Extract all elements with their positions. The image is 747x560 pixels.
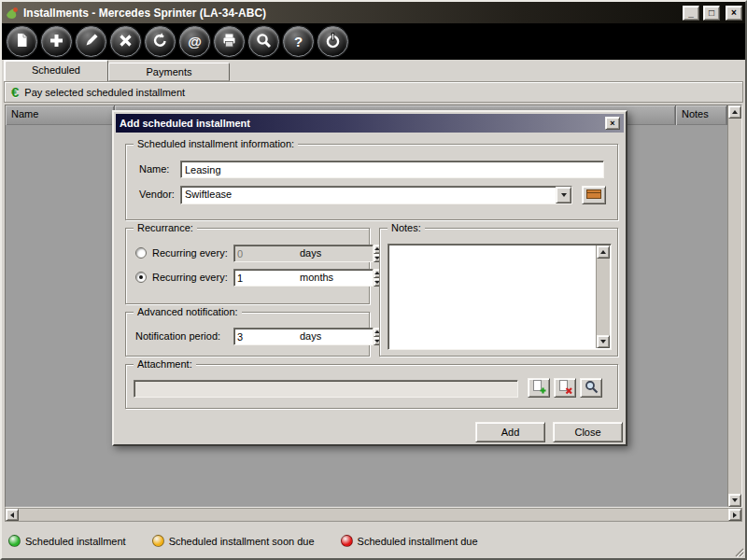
dialog-titlebar: Add scheduled installment ×	[116, 114, 624, 133]
exit-icon	[324, 32, 342, 51]
email-icon: @	[188, 35, 202, 49]
attachment-group: Attachment:	[125, 364, 618, 409]
refresh-button[interactable]	[145, 26, 176, 57]
legend-scheduled: Scheduled installment	[8, 535, 126, 547]
tab-bar: Scheduled Payments	[4, 59, 743, 81]
add-button[interactable]	[41, 26, 72, 57]
minimize-button[interactable]: _	[683, 6, 699, 21]
email-button[interactable]: @	[179, 26, 210, 57]
dialog-close-button[interactable]: ×	[605, 117, 620, 130]
search-button[interactable]	[248, 26, 279, 57]
attachment-path-input[interactable]	[134, 380, 518, 398]
months-unit-label: months	[300, 272, 333, 284]
notes-textarea[interactable]	[389, 245, 595, 348]
resize-grip[interactable]	[732, 545, 744, 557]
app-window: Installments - Mercedes Sprinter (LA-34-…	[0, 0, 747, 560]
recurrence-group: Recurrance: Recurring every: days Recurr…	[125, 228, 370, 304]
help-button[interactable]: ?	[283, 26, 314, 57]
recurring-days-radio[interactable]	[135, 247, 147, 259]
notes-scroll-up-button[interactable]	[597, 245, 610, 259]
vendor-box-icon	[585, 188, 602, 203]
yellow-dot-icon	[152, 535, 164, 547]
recurring-days-label: Recurring every:	[152, 247, 228, 259]
notification-unit-label: days	[300, 330, 321, 343]
days-unit-label: days	[300, 247, 321, 259]
arrow-right-icon	[733, 512, 737, 518]
titlebar: Installments - Mercedes Sprinter (LA-34-…	[2, 2, 745, 23]
new-document-icon	[13, 32, 31, 51]
recurring-months-spinner[interactable]	[233, 269, 292, 287]
legend-soon-due-label: Scheduled installment soon due	[169, 536, 315, 547]
edit-button[interactable]	[76, 26, 106, 57]
manage-vendors-button[interactable]	[582, 186, 606, 204]
legend-scheduled-label: Scheduled installment	[25, 536, 126, 547]
statusbar: Scheduled installment Scheduled installm…	[2, 524, 745, 558]
notes-scrollbar[interactable]	[596, 245, 610, 348]
notification-period-spinner[interactable]	[233, 328, 292, 345]
notes-group-legend: Notes:	[388, 222, 425, 234]
red-dot-icon	[341, 535, 353, 547]
add-installment-dialog: Add scheduled installment × Scheduled in…	[112, 110, 627, 446]
name-label: Name:	[139, 163, 169, 175]
remove-attachment-icon	[557, 379, 573, 397]
info-group-legend: Scheduled installment information:	[134, 138, 298, 150]
arrow-down-icon	[732, 498, 738, 502]
maximize-button[interactable]: □	[703, 6, 720, 21]
attachment-group-legend: Attachment:	[134, 358, 196, 371]
notification-period-label: Notification period:	[135, 330, 220, 343]
euro-icon: €	[11, 85, 19, 99]
legend-due-label: Scheduled installment due	[358, 536, 478, 547]
table-horizontal-scrollbar[interactable]	[5, 508, 742, 522]
legend-soon-due: Scheduled installment soon due	[152, 535, 315, 547]
add-attachment-icon	[531, 379, 547, 397]
add-attachment-button[interactable]	[528, 378, 550, 398]
refresh-icon	[151, 32, 169, 51]
recurring-months-radio[interactable]	[135, 272, 147, 283]
tab-payments[interactable]: Payments	[108, 63, 230, 81]
column-header-name[interactable]: Name	[6, 105, 115, 125]
help-icon: ?	[294, 35, 303, 49]
notification-group-legend: Advanced notification:	[134, 306, 242, 318]
notes-group: Notes:	[379, 228, 618, 357]
arrow-left-icon	[10, 512, 14, 518]
arrow-up-icon	[732, 110, 738, 114]
recurring-months-label: Recurring every:	[152, 272, 228, 284]
print-icon	[220, 32, 238, 51]
remove-attachment-button[interactable]	[554, 378, 576, 398]
vendor-select[interactable]: Swiftlease	[180, 186, 572, 204]
new-document-button[interactable]	[7, 26, 37, 57]
view-attachment-button[interactable]	[580, 378, 602, 398]
name-input[interactable]	[180, 161, 604, 178]
add-icon	[48, 32, 65, 51]
recurrence-group-legend: Recurrance:	[134, 222, 197, 234]
vendor-dropdown-button[interactable]	[556, 187, 571, 203]
vendor-selected-value: Swiftlease	[181, 187, 556, 203]
pay-action-label: Pay selected scheduled installment	[24, 87, 185, 98]
print-button[interactable]	[214, 26, 245, 57]
dialog-add-button[interactable]: Add	[475, 422, 545, 442]
dialog-cancel-button[interactable]: Close	[553, 422, 623, 442]
column-header-notes[interactable]: Notes	[676, 105, 727, 125]
window-title: Installments - Mercedes Sprinter (LA-34-…	[23, 7, 679, 20]
app-icon	[5, 6, 20, 21]
scroll-left-button[interactable]	[6, 509, 19, 521]
arrow-up-icon	[600, 250, 606, 254]
scroll-down-button[interactable]	[728, 494, 741, 507]
chevron-down-icon	[561, 193, 567, 197]
pay-action-bar[interactable]: € Pay selected scheduled installment	[4, 81, 743, 103]
notification-group: Advanced notification: Notification peri…	[125, 312, 370, 357]
arrow-down-icon	[600, 340, 606, 343]
notes-field-frame	[388, 244, 612, 350]
delete-icon	[117, 32, 134, 51]
dialog-title: Add scheduled installment	[120, 118, 605, 129]
recurring-days-spinner[interactable]	[233, 245, 292, 262]
scroll-up-button[interactable]	[728, 105, 741, 119]
delete-button[interactable]	[110, 26, 141, 57]
tab-scheduled[interactable]: Scheduled	[4, 60, 108, 81]
legend-due: Scheduled installment due	[341, 535, 478, 547]
scroll-right-button[interactable]	[728, 509, 741, 521]
exit-button[interactable]	[317, 26, 348, 57]
notes-scroll-down-button[interactable]	[597, 335, 610, 348]
close-button[interactable]: ×	[726, 6, 742, 21]
table-vertical-scrollbar[interactable]	[727, 105, 741, 507]
